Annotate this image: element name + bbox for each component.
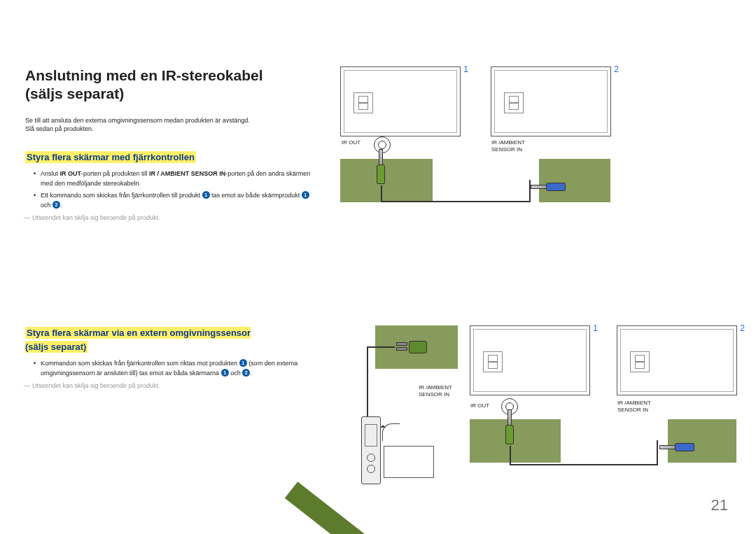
section2-heading: Styra flera skärmar via en extern omgivn… xyxy=(25,327,251,353)
ir-ambient-label: IR /AMBIENT SENSOR IN xyxy=(491,139,525,153)
ir-plug-icon xyxy=(396,339,427,353)
audio-jack-blue-icon xyxy=(531,183,566,192)
connector-panel-icon xyxy=(470,419,561,463)
section1-bullet-1: Anslut IR OUT-porten på produkten till I… xyxy=(34,169,319,188)
connector-panel-icon xyxy=(668,419,736,463)
audio-jack-blue-icon xyxy=(659,443,694,453)
badge-1-icon: 1 xyxy=(221,369,229,377)
diagrams: 1 2 IR OUT IR /AMBIENT SENSOR IN 1 2 IR … xyxy=(333,66,731,417)
ir-out-label: IR OUT xyxy=(342,139,360,146)
badge-2-icon: 2 xyxy=(242,369,250,377)
section1-note: Utseendet kan skilja sig beroende på pro… xyxy=(25,214,319,221)
badge-2-icon: 2 xyxy=(52,201,60,209)
section-1: Styra flera skärmar med fjärrkontrollen … xyxy=(25,150,319,222)
monitor-2-icon: 2 xyxy=(617,325,737,395)
section1-bullet-2: Ett kommando som skickas från fjärrkontr… xyxy=(34,191,319,210)
section2-note: Utseendet kan skilja sig beroende på pro… xyxy=(25,382,319,389)
page-number: 21 xyxy=(711,496,728,514)
remote-beam-icon xyxy=(285,482,408,534)
monitor-2-icon: 2 xyxy=(491,66,611,136)
ir-ambient-label: IR /AMBIENT SENSOR IN xyxy=(617,400,651,413)
section2-bullet-1: Kommandon som skickas från fjärrkontroll… xyxy=(34,359,319,378)
monitor-1-icon: 1 xyxy=(470,325,590,395)
badge-1-icon: 1 xyxy=(302,191,309,199)
section1-heading: Styra flera skärmar med fjärrkontrollen xyxy=(25,151,196,163)
page-title: Anslutning med en IR-stereokabel (säljs … xyxy=(25,66,319,104)
intro-text: Se till att ansluta den externa omgivnin… xyxy=(25,116,319,134)
sensor-box-icon xyxy=(384,446,434,478)
section-2: Styra flera skärmar via en extern omgivn… xyxy=(25,326,319,389)
badge-1-icon: 1 xyxy=(202,191,210,199)
badge-1-icon: 1 xyxy=(239,359,247,367)
audio-jack-green-icon xyxy=(504,409,514,444)
audio-jack-green-icon xyxy=(375,149,385,184)
connector-panel-icon xyxy=(340,159,433,202)
arrow-curve-icon xyxy=(382,423,400,441)
ir-out-label: IR OUT xyxy=(470,402,489,409)
connector-panel-icon xyxy=(539,159,610,202)
remote-control-icon xyxy=(361,416,381,484)
monitor-1-icon: 1 xyxy=(340,66,461,136)
ir-ambient-label: IR /AMBIENT SENSOR IN xyxy=(419,384,452,398)
